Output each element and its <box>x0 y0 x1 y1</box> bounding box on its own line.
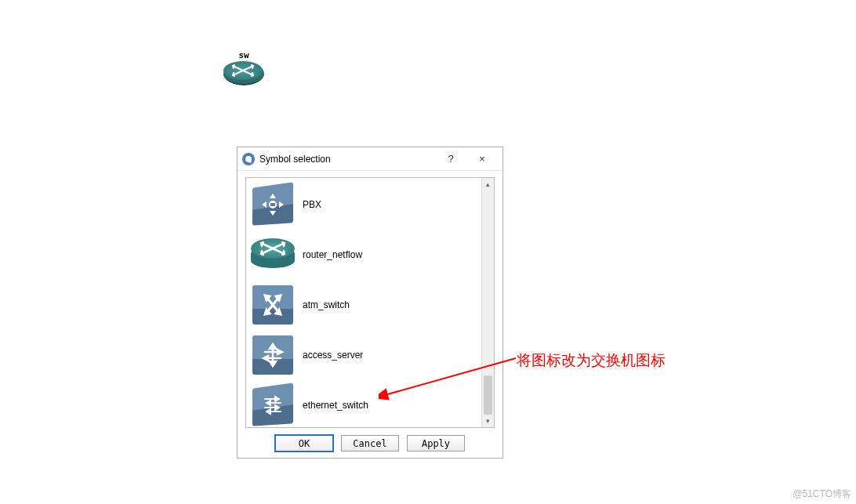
svg-marker-22 <box>267 401 270 405</box>
titlebar[interactable]: Symbol selection ? × <box>238 147 502 171</box>
svg-marker-24 <box>275 405 279 410</box>
scroll-down-icon[interactable]: ▾ <box>482 415 494 427</box>
canvas-device-label: sw <box>223 50 264 60</box>
symbol-label: ethernet_switch <box>303 400 368 411</box>
canvas-device: sw <box>223 50 264 85</box>
cancel-button[interactable]: Cancel <box>341 435 399 451</box>
svg-marker-1 <box>270 211 276 216</box>
svg-marker-20 <box>275 397 279 401</box>
app-icon <box>242 153 255 165</box>
help-button[interactable]: ? <box>435 148 466 170</box>
scrollbar[interactable]: ▴ ▾ <box>481 178 494 427</box>
list-item[interactable]: PBX <box>249 179 478 230</box>
svg-marker-2 <box>262 201 267 208</box>
svg-marker-26 <box>267 409 270 414</box>
svg-marker-13 <box>270 344 276 349</box>
apply-button[interactable]: Apply <box>407 435 465 451</box>
close-button[interactable]: × <box>466 148 498 170</box>
svg-marker-18 <box>263 356 268 361</box>
symbol-label: PBX <box>303 199 321 210</box>
svg-marker-0 <box>270 194 276 198</box>
scroll-thumb[interactable] <box>484 375 492 415</box>
scroll-up-icon[interactable]: ▴ <box>482 178 494 190</box>
symbol-label: atm_switch <box>303 299 350 310</box>
symbol-label: router_netflow <box>303 249 362 260</box>
atm-switch-icon <box>249 281 296 328</box>
dialog-title: Symbol selection <box>259 154 435 165</box>
svg-marker-16 <box>277 350 282 354</box>
svg-marker-3 <box>279 201 284 208</box>
router-icon <box>223 62 264 85</box>
list-item[interactable]: ethernet_switch <box>249 380 478 427</box>
list-item[interactable]: router_netflow <box>249 230 478 280</box>
symbol-list: PBX <box>245 177 495 428</box>
watermark: @51CTO博客 <box>793 488 851 501</box>
list-item[interactable]: atm_switch <box>249 280 478 330</box>
svg-marker-14 <box>270 361 276 366</box>
list-item[interactable]: access_server <box>249 330 478 380</box>
symbol-label: access_server <box>303 350 363 361</box>
ethernet-switch-icon <box>249 382 296 427</box>
svg-rect-5 <box>270 203 275 206</box>
symbol-selection-dialog: Symbol selection ? × <box>237 147 503 459</box>
ok-button[interactable]: OK <box>275 435 333 451</box>
dialog-buttons: OK Cancel Apply <box>238 435 502 451</box>
annotation-text: 将图标改为交换机图标 <box>517 350 666 371</box>
access-server-icon <box>249 332 296 379</box>
pbx-icon <box>249 181 296 228</box>
router-netflow-icon <box>249 231 296 278</box>
